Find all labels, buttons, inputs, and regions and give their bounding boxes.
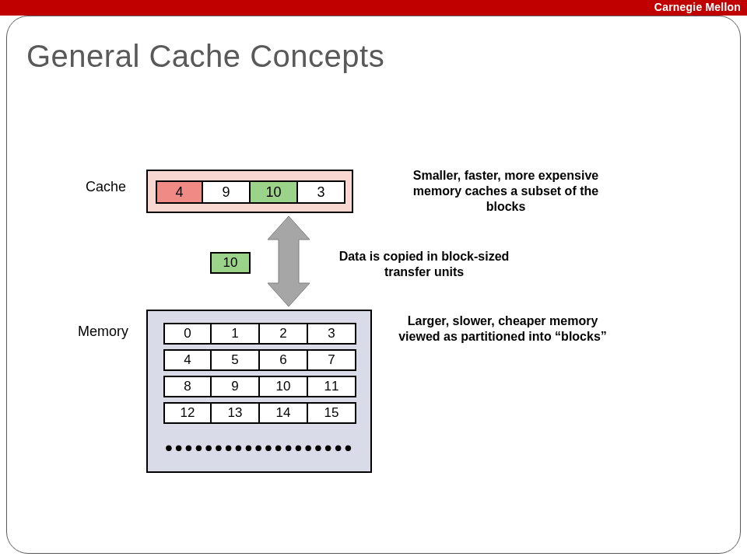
memory-row: 8 9 10 11 [163, 376, 356, 397]
memory-block: 3 [308, 323, 356, 345]
memory-label: Memory [78, 324, 128, 340]
memory-block: 5 [212, 349, 260, 371]
memory-block: 11 [308, 376, 356, 397]
cache-box: 4 9 10 3 [146, 170, 353, 213]
memory-block: 15 [308, 402, 356, 424]
memory-block: 0 [163, 323, 212, 345]
memory-block: 6 [260, 349, 308, 371]
memory-row: 0 1 2 3 [163, 323, 356, 345]
memory-block: 1 [212, 323, 260, 345]
memory-row: 12 13 14 15 [163, 402, 356, 424]
transfer-block: 10 [210, 252, 251, 274]
cache-block: 3 [298, 180, 345, 204]
brand-label: Carnegie Mellon [654, 1, 741, 13]
memory-block: 4 [163, 349, 212, 371]
top-bar [0, 0, 747, 16]
memory-grid: 0 1 2 3 4 5 6 7 8 9 10 11 12 13 14 15 [163, 323, 356, 424]
svg-marker-0 [268, 216, 310, 306]
slide-frame [6, 16, 741, 554]
cache-block: 9 [203, 180, 251, 204]
memory-block: 12 [163, 402, 212, 424]
transfer-arrow-icon [268, 216, 310, 306]
cache-block: 10 [251, 180, 298, 204]
slide: Carnegie Mellon General Cache Concepts C… [0, 0, 747, 560]
memory-row: 4 5 6 7 [163, 349, 356, 371]
memory-block: 2 [260, 323, 308, 345]
cache-caption: Smaller, faster, more expensive memory c… [397, 168, 615, 215]
memory-block: 14 [260, 402, 308, 424]
memory-box: 0 1 2 3 4 5 6 7 8 9 10 11 12 13 14 15 [146, 310, 372, 473]
memory-caption: Larger, slower, cheaper memory viewed as… [386, 313, 619, 345]
memory-block: 9 [212, 376, 260, 397]
cache-row: 4 9 10 3 [156, 180, 345, 204]
memory-block: 10 [260, 376, 308, 397]
memory-block: 8 [163, 376, 212, 397]
page-title: General Cache Concepts [26, 39, 384, 74]
cache-block: 4 [156, 180, 203, 204]
memory-block: 7 [308, 349, 356, 371]
transfer-caption: Data is copied in block-sized transfer u… [327, 249, 521, 280]
memory-block: 13 [212, 402, 260, 424]
cache-label: Cache [86, 179, 126, 195]
ellipsis-dots: ••••••••••••••••••• [165, 436, 354, 460]
